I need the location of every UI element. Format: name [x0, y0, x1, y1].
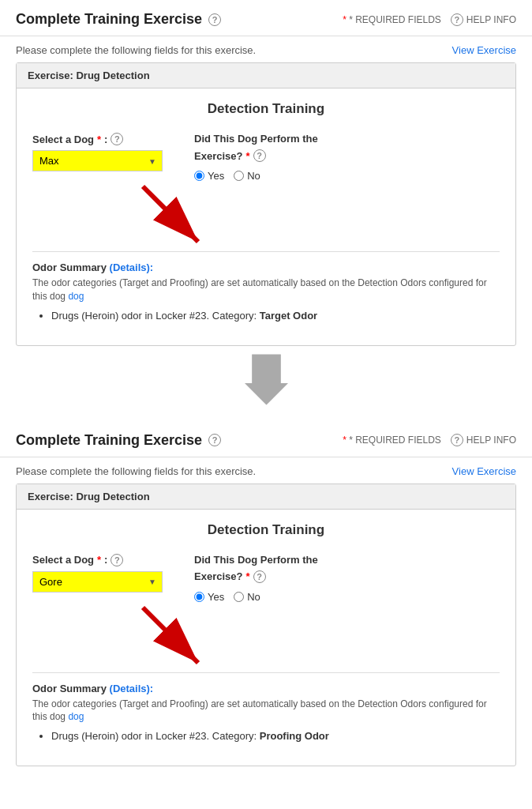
title-help-icon-1[interactable]: ?: [208, 13, 221, 26]
view-exercise-link-2[interactable]: View Exercise: [452, 465, 516, 477]
section-title-1: Detection Training: [32, 101, 500, 117]
perform-help-icon-1[interactable]: ?: [253, 149, 266, 162]
dog-select-col-1: Select a Dog*: ? Max Gore Rex Buddy: [32, 133, 163, 171]
dog-select-1[interactable]: Max Gore Rex Buddy: [32, 150, 163, 171]
help-info-link-1[interactable]: ? HELP INFO: [451, 13, 516, 26]
gray-down-arrow: [0, 346, 532, 421]
red-arrow-area-2: [32, 615, 500, 663]
required-fields-2: * * REQUIRED FIELDS: [343, 435, 441, 446]
header-right-1: * * REQUIRED FIELDS ? HELP INFO: [343, 13, 516, 26]
dog-help-icon-1[interactable]: ?: [111, 133, 123, 145]
svg-line-4: [143, 608, 198, 663]
view-exercise-link-1[interactable]: View Exercise: [452, 44, 516, 56]
subtitle-row-1: Please complete the following fields for…: [0, 36, 532, 62]
odor-summary-desc-1: The odor categories (Target and Proofing…: [32, 277, 500, 303]
subtitle-text-1: Please complete the following fields for…: [16, 44, 256, 56]
header-right-2: * * REQUIRED FIELDS ? HELP INFO: [343, 434, 516, 446]
odor-list-item-1: Drugs (Heroin) odor in Locker #23. Categ…: [51, 310, 500, 322]
perform-label2-1: Exercise?* ?: [194, 149, 318, 162]
odor-category-1: Target Odor: [260, 310, 317, 322]
exercise-card-body-1: Detection Training Select a Dog*: ? Max …: [17, 88, 515, 345]
page-title-1: Complete Training Exercise: [16, 11, 202, 28]
section-title-2: Detection Training: [32, 522, 500, 538]
help-info-link-2[interactable]: ? HELP INFO: [451, 434, 516, 446]
odor-list-1: Drugs (Heroin) odor in Locker #23. Categ…: [51, 310, 500, 322]
gray-arrow-svg: [245, 354, 288, 405]
odor-desc-link-2[interactable]: dog: [68, 711, 84, 722]
perform-help-icon-2[interactable]: ?: [253, 570, 266, 583]
dog-help-icon-2[interactable]: ?: [111, 554, 123, 566]
exercise-card-2: Exercise: Drug Detection Detection Train…: [16, 484, 516, 767]
odor-category-2: Proofing Odor: [260, 730, 329, 742]
exercise-card-1: Exercise: Drug Detection Detection Train…: [16, 62, 516, 346]
subtitle-row-2: Please complete the following fields for…: [0, 457, 532, 484]
header-left-2: Complete Training Exercise ?: [16, 432, 221, 449]
odor-list-2: Drugs (Heroin) odor in Locker #23. Categ…: [51, 730, 500, 742]
odor-summary-desc-2: The odor categories (Target and Proofing…: [32, 698, 500, 724]
perform-label-1: Did This Dog Perform the: [194, 133, 318, 145]
dog-select-2[interactable]: Max Gore Rex Buddy: [32, 571, 163, 593]
dog-select-col-2: Select a Dog*: ? Max Gore Rex Buddy: [32, 554, 163, 593]
red-arrow-area-1: [32, 194, 500, 242]
odor-summary-1: Odor Summary (Details): The odor categor…: [32, 262, 500, 333]
dog-select-wrapper-1[interactable]: Max Gore Rex Buddy: [32, 150, 163, 171]
subtitle-text-2: Please complete the following fields for…: [16, 465, 256, 477]
red-arrow-svg-1: [96, 171, 253, 265]
odor-summary-2: Odor Summary (Details): The odor categor…: [32, 683, 500, 754]
page-title-2: Complete Training Exercise: [16, 432, 202, 449]
exercise-card-header-1: Exercise: Drug Detection: [17, 63, 515, 88]
odor-desc-link-1[interactable]: dog: [68, 291, 84, 302]
help-info-icon-2: ?: [451, 434, 463, 446]
dog-select-wrapper-2[interactable]: Max Gore Rex Buddy: [32, 571, 163, 593]
dog-label-2: Select a Dog*: ?: [32, 554, 163, 566]
exercise-card-header-2: Exercise: Drug Detection: [17, 484, 515, 510]
perform-label-2: Did This Dog Perform the: [194, 554, 318, 566]
instance-1-header: Complete Training Exercise ? * * REQUIRE…: [0, 0, 532, 36]
help-info-icon-1: ?: [451, 13, 463, 26]
exercise-card-body-2: Detection Training Select a Dog*: ? Max …: [17, 510, 515, 766]
red-arrow-svg-2: [96, 592, 253, 687]
odor-list-item-2: Drugs (Heroin) odor in Locker #23. Categ…: [51, 730, 500, 742]
dog-label-1: Select a Dog*: ?: [32, 133, 163, 145]
instance-2-header: Complete Training Exercise ? * * REQUIRE…: [0, 421, 532, 457]
svg-line-1: [143, 186, 198, 242]
svg-marker-2: [245, 354, 288, 404]
header-left: Complete Training Exercise ?: [16, 11, 221, 28]
title-help-icon-2[interactable]: ?: [208, 434, 221, 446]
required-fields-1: * * REQUIRED FIELDS: [343, 14, 441, 25]
perform-label2-2: Exercise?* ?: [194, 570, 318, 583]
